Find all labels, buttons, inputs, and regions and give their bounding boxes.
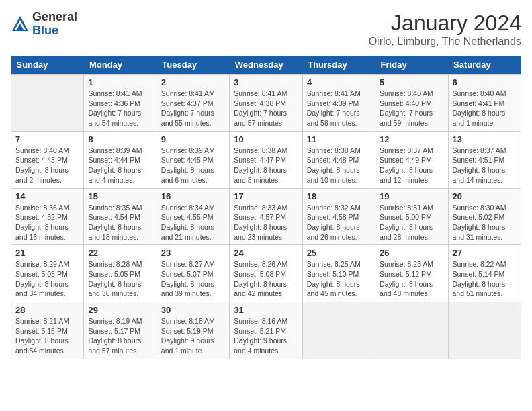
calendar-cell: 26Sunrise: 8:23 AM Sunset: 5:12 PM Dayli… [375,245,448,302]
calendar-cell: 21Sunrise: 8:29 AM Sunset: 5:03 PM Dayli… [11,245,84,302]
calendar-cell: 23Sunrise: 8:27 AM Sunset: 5:07 PM Dayli… [157,245,229,302]
day-number: 5 [380,77,443,87]
calendar-cell: 30Sunrise: 8:18 AM Sunset: 5:19 PM Dayli… [157,302,229,359]
calendar-cell: 13Sunrise: 8:37 AM Sunset: 4:51 PM Dayli… [448,131,521,188]
day-info: Sunrise: 8:39 AM Sunset: 4:45 PM Dayligh… [161,146,225,185]
day-number: 19 [380,191,443,201]
calendar-cell: 19Sunrise: 8:31 AM Sunset: 5:00 PM Dayli… [375,188,448,245]
day-number: 12 [380,134,443,144]
calendar-cell: 15Sunrise: 8:35 AM Sunset: 4:54 PM Dayli… [84,188,157,245]
day-number: 24 [234,248,298,258]
day-info: Sunrise: 8:41 AM Sunset: 4:36 PM Dayligh… [88,89,152,128]
day-info: Sunrise: 8:37 AM Sunset: 4:49 PM Dayligh… [380,146,443,185]
calendar-cell: 16Sunrise: 8:34 AM Sunset: 4:55 PM Dayli… [157,188,229,245]
location-title: Oirlo, Limburg, The Netherlands [369,36,521,48]
weekday-header-cell: Thursday [302,56,375,75]
calendar-week-row: 14Sunrise: 8:36 AM Sunset: 4:52 PM Dayli… [11,188,521,245]
day-number: 6 [453,77,517,87]
calendar-cell: 12Sunrise: 8:37 AM Sunset: 4:49 PM Dayli… [375,131,448,188]
title-area: January 2024 Oirlo, Limburg, The Netherl… [369,11,521,48]
day-number: 27 [453,248,517,258]
day-info: Sunrise: 8:40 AM Sunset: 4:40 PM Dayligh… [380,89,443,128]
calendar-cell: 8Sunrise: 8:39 AM Sunset: 4:44 PM Daylig… [84,131,157,188]
day-info: Sunrise: 8:38 AM Sunset: 4:48 PM Dayligh… [307,146,371,185]
day-info: Sunrise: 8:26 AM Sunset: 5:08 PM Dayligh… [234,259,298,299]
day-info: Sunrise: 8:18 AM Sunset: 5:19 PM Dayligh… [161,316,225,356]
calendar-cell [302,302,375,359]
day-info: Sunrise: 8:41 AM Sunset: 4:39 PM Dayligh… [307,89,371,128]
day-number: 10 [234,134,298,144]
day-number: 21 [15,248,79,258]
day-info: Sunrise: 8:30 AM Sunset: 5:02 PM Dayligh… [453,203,517,242]
weekday-header-cell: Sunday [11,56,84,75]
weekday-header-cell: Monday [84,56,157,75]
day-info: Sunrise: 8:39 AM Sunset: 4:44 PM Dayligh… [88,146,152,185]
calendar-cell [11,75,84,132]
calendar-cell: 20Sunrise: 8:30 AM Sunset: 5:02 PM Dayli… [448,188,521,245]
calendar-cell: 17Sunrise: 8:33 AM Sunset: 4:57 PM Dayli… [230,188,302,245]
day-number: 11 [307,134,371,144]
calendar-cell: 5Sunrise: 8:40 AM Sunset: 4:40 PM Daylig… [375,75,448,132]
weekday-header-cell: Tuesday [157,56,229,75]
logo-icon [11,15,30,34]
calendar-cell [375,302,448,359]
day-info: Sunrise: 8:29 AM Sunset: 5:03 PM Dayligh… [15,259,79,299]
day-number: 13 [453,134,517,144]
day-info: Sunrise: 8:16 AM Sunset: 5:21 PM Dayligh… [234,316,298,356]
day-info: Sunrise: 8:37 AM Sunset: 4:51 PM Dayligh… [453,146,517,185]
calendar-week-row: 7Sunrise: 8:40 AM Sunset: 4:43 PM Daylig… [11,131,521,188]
calendar-week-row: 21Sunrise: 8:29 AM Sunset: 5:03 PM Dayli… [11,245,521,302]
day-number: 23 [161,248,225,258]
day-info: Sunrise: 8:41 AM Sunset: 4:37 PM Dayligh… [161,89,225,128]
day-number: 3 [234,77,298,87]
day-info: Sunrise: 8:27 AM Sunset: 5:07 PM Dayligh… [161,259,225,299]
day-number: 29 [88,305,152,315]
calendar-cell [448,302,521,359]
calendar-cell: 27Sunrise: 8:22 AM Sunset: 5:14 PM Dayli… [448,245,521,302]
calendar-table: SundayMondayTuesdayWednesdayThursdayFrid… [11,56,521,359]
day-info: Sunrise: 8:41 AM Sunset: 4:38 PM Dayligh… [234,89,298,128]
calendar-cell: 6Sunrise: 8:40 AM Sunset: 4:41 PM Daylig… [448,75,521,132]
day-number: 4 [307,77,371,87]
day-info: Sunrise: 8:34 AM Sunset: 4:55 PM Dayligh… [161,203,225,242]
day-info: Sunrise: 8:35 AM Sunset: 4:54 PM Dayligh… [88,203,152,242]
day-info: Sunrise: 8:40 AM Sunset: 4:41 PM Dayligh… [453,89,517,128]
day-info: Sunrise: 8:36 AM Sunset: 4:52 PM Dayligh… [15,203,79,242]
day-number: 25 [307,248,371,258]
calendar-cell: 10Sunrise: 8:38 AM Sunset: 4:47 PM Dayli… [230,131,302,188]
month-title: January 2024 [369,11,521,36]
calendar-cell: 18Sunrise: 8:32 AM Sunset: 4:58 PM Dayli… [302,188,375,245]
calendar-cell: 1Sunrise: 8:41 AM Sunset: 4:36 PM Daylig… [84,75,157,132]
day-number: 8 [88,134,152,144]
weekday-header: SundayMondayTuesdayWednesdayThursdayFrid… [11,56,521,75]
day-number: 20 [453,191,517,201]
day-info: Sunrise: 8:40 AM Sunset: 4:43 PM Dayligh… [15,146,79,185]
day-info: Sunrise: 8:19 AM Sunset: 5:17 PM Dayligh… [88,316,152,356]
day-info: Sunrise: 8:23 AM Sunset: 5:12 PM Dayligh… [380,259,443,299]
day-info: Sunrise: 8:33 AM Sunset: 4:57 PM Dayligh… [234,203,298,242]
calendar-cell: 28Sunrise: 8:21 AM Sunset: 5:15 PM Dayli… [11,302,84,359]
calendar-body: 1Sunrise: 8:41 AM Sunset: 4:36 PM Daylig… [11,75,521,359]
day-number: 28 [15,305,79,315]
calendar-cell: 9Sunrise: 8:39 AM Sunset: 4:45 PM Daylig… [157,131,229,188]
day-number: 17 [234,191,298,201]
day-info: Sunrise: 8:21 AM Sunset: 5:15 PM Dayligh… [15,316,79,356]
day-info: Sunrise: 8:28 AM Sunset: 5:05 PM Dayligh… [88,259,152,299]
calendar-cell: 7Sunrise: 8:40 AM Sunset: 4:43 PM Daylig… [11,131,84,188]
day-number: 18 [307,191,371,201]
day-info: Sunrise: 8:31 AM Sunset: 5:00 PM Dayligh… [380,203,443,242]
calendar-cell: 25Sunrise: 8:25 AM Sunset: 5:10 PM Dayli… [302,245,375,302]
day-info: Sunrise: 8:32 AM Sunset: 4:58 PM Dayligh… [307,203,371,242]
day-number: 2 [161,77,225,87]
day-number: 7 [15,134,79,144]
logo-text: General Blue [32,11,77,38]
day-number: 26 [380,248,443,258]
day-number: 9 [161,134,225,144]
day-number: 22 [88,248,152,258]
calendar-cell: 4Sunrise: 8:41 AM Sunset: 4:39 PM Daylig… [302,75,375,132]
day-info: Sunrise: 8:22 AM Sunset: 5:14 PM Dayligh… [453,259,517,299]
day-number: 30 [161,305,225,315]
day-info: Sunrise: 8:25 AM Sunset: 5:10 PM Dayligh… [307,259,371,299]
calendar-cell: 29Sunrise: 8:19 AM Sunset: 5:17 PM Dayli… [84,302,157,359]
calendar-cell: 24Sunrise: 8:26 AM Sunset: 5:08 PM Dayli… [230,245,302,302]
